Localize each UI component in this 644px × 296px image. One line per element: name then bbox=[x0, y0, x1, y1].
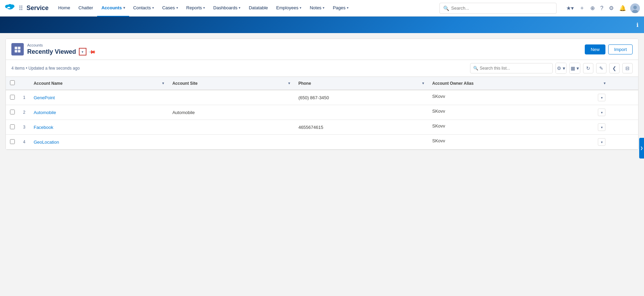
nav-item-cases[interactable]: Cases ▾ bbox=[158, 0, 182, 17]
th-account-owner-alias[interactable]: Account Owner Alias ▾ bbox=[428, 77, 610, 90]
account-name-link-0[interactable]: GenePoint bbox=[34, 95, 55, 100]
row-action-button-1[interactable]: ▾ bbox=[598, 109, 605, 116]
row-number: 4 bbox=[19, 135, 30, 150]
global-search-input[interactable] bbox=[451, 6, 553, 11]
nav-item-datatable[interactable]: Datatable bbox=[245, 0, 272, 17]
select-all-checkbox-cell[interactable] bbox=[6, 77, 19, 90]
nav-item-chatter[interactable]: Chatter bbox=[74, 0, 97, 17]
list-view-status: 4 items • Updated a few seconds ago bbox=[11, 66, 467, 71]
account-owner-cell: SKovv ▾ bbox=[428, 105, 610, 120]
global-search-icon: 🔍 bbox=[443, 6, 449, 11]
th-row-number bbox=[19, 77, 30, 90]
setup-icon[interactable]: ⊕ bbox=[589, 3, 596, 13]
row-checkbox-cell[interactable] bbox=[6, 90, 19, 105]
user-avatar[interactable] bbox=[630, 3, 640, 13]
new-button[interactable]: New bbox=[585, 44, 605, 54]
account-owner-cell: SKovv ▾ bbox=[428, 120, 610, 135]
table-view-button-group: ▦ ▾ bbox=[569, 63, 580, 74]
add-icon[interactable]: ＋ bbox=[578, 3, 586, 13]
account-name-sort-icon: ▾ bbox=[162, 81, 164, 85]
th-actions-empty bbox=[610, 77, 638, 90]
svg-rect-9 bbox=[18, 47, 21, 50]
row-action-button-0[interactable]: ▾ bbox=[598, 94, 605, 101]
row-number: 3 bbox=[19, 120, 30, 135]
accounts-table: Account Name ▾ Account Site ▾ Phone bbox=[6, 77, 638, 150]
refresh-button[interactable]: ↻ bbox=[583, 63, 593, 73]
help-icon[interactable]: ? bbox=[599, 4, 605, 13]
nav-item-pages[interactable]: Pages ▾ bbox=[329, 0, 353, 17]
select-all-checkbox[interactable] bbox=[10, 80, 15, 85]
nav-item-home[interactable]: Home bbox=[54, 0, 74, 17]
account-name-cell: GenePoint bbox=[30, 90, 168, 105]
row-action-button-2[interactable]: ▾ bbox=[598, 123, 605, 131]
phone-cell: 4655674615 bbox=[294, 120, 428, 135]
list-view-actions: New Import bbox=[585, 44, 633, 54]
contacts-nav-chevron: ▾ bbox=[152, 6, 154, 10]
row-checkbox-cell[interactable] bbox=[6, 105, 19, 120]
edit-columns-button[interactable]: ✎ bbox=[596, 63, 606, 73]
list-view-title: Recently Viewed bbox=[27, 48, 76, 55]
nav-item-notes[interactable]: Notes ▾ bbox=[305, 0, 329, 17]
employees-nav-chevron: ▾ bbox=[300, 6, 301, 10]
phone-cell: (650) 867-3450 bbox=[294, 90, 428, 105]
row-checkbox-cell[interactable] bbox=[6, 135, 19, 150]
reports-nav-chevron: ▾ bbox=[203, 6, 205, 10]
list-view-icon bbox=[11, 43, 24, 55]
top-bar-actions: ★▾ ＋ ⊕ ? ⚙ 🔔 bbox=[565, 3, 640, 13]
list-search-input[interactable] bbox=[480, 66, 550, 71]
row-number: 2 bbox=[19, 105, 30, 120]
account-name-link-2[interactable]: Facebook bbox=[34, 125, 53, 130]
nav-item-contacts[interactable]: Contacts ▾ bbox=[129, 0, 158, 17]
nav-item-dashboards[interactable]: Dashboards ▾ bbox=[209, 0, 245, 17]
row-checkbox-0[interactable] bbox=[10, 95, 15, 100]
list-view-dropdown-button[interactable]: ▾ bbox=[79, 48, 86, 55]
phone-cell bbox=[294, 105, 428, 120]
account-owner-cell: SKovv ▾ bbox=[428, 90, 610, 105]
nav-item-accounts[interactable]: Accounts ▾ bbox=[97, 0, 129, 17]
account-owner-cell: SKovv ▾ bbox=[428, 135, 610, 150]
row-checkbox-cell[interactable] bbox=[6, 120, 19, 135]
app-grid-icon[interactable]: ⠿ bbox=[19, 4, 23, 12]
th-account-site[interactable]: Account Site ▾ bbox=[168, 77, 294, 90]
account-name-link-3[interactable]: GeoLocation bbox=[34, 140, 59, 145]
nav-item-employees[interactable]: Employees ▾ bbox=[272, 0, 305, 17]
svg-rect-10 bbox=[15, 50, 18, 53]
back-button[interactable]: ❮ bbox=[609, 63, 620, 73]
account-site-sort-icon: ▾ bbox=[288, 81, 290, 85]
phone-sort-icon: ▾ bbox=[422, 81, 424, 85]
account-name-cell: GeoLocation bbox=[30, 135, 168, 150]
row-checkbox-2[interactable] bbox=[10, 124, 15, 129]
dashboards-nav-chevron: ▾ bbox=[239, 6, 240, 10]
nav-bar-right: ℹ bbox=[636, 17, 641, 33]
nav-info-icon[interactable]: ℹ bbox=[636, 22, 638, 28]
filter-button[interactable]: ⊟ bbox=[622, 63, 633, 73]
list-search: 🔍 bbox=[470, 63, 553, 73]
salesforce-logo[interactable]: ☁ bbox=[4, 2, 16, 14]
bell-icon[interactable]: 🔔 bbox=[618, 3, 627, 13]
nav-item-reports[interactable]: Reports ▾ bbox=[182, 0, 209, 17]
row-action-button-3[interactable]: ▾ bbox=[598, 138, 605, 146]
table-view-button[interactable]: ▦ ▾ bbox=[570, 63, 580, 73]
table-row: 1 GenePoint (650) 867-3450 SKovv ▾ bbox=[6, 90, 638, 105]
svg-rect-11 bbox=[18, 50, 21, 53]
pin-icon[interactable]: 📌 bbox=[88, 48, 96, 55]
table-row: 2 Automobile Automobile SKovv ▾ bbox=[6, 105, 638, 120]
favorites-icon[interactable]: ★▾ bbox=[565, 3, 575, 13]
list-settings-button[interactable]: ⚙ ▾ bbox=[556, 63, 566, 73]
list-search-icon: 🔍 bbox=[473, 66, 478, 71]
list-view-breadcrumb: Accounts bbox=[27, 43, 585, 47]
account-name-link-1[interactable]: Automobile bbox=[34, 110, 56, 115]
main-content: Accounts Recently Viewed ▾ 📌 New Import … bbox=[0, 33, 644, 296]
top-bar: ☁ ⠿ Service Home Chatter Accounts ▾ Cont… bbox=[0, 0, 644, 17]
import-button[interactable]: Import bbox=[608, 44, 633, 54]
th-account-name[interactable]: Account Name ▾ bbox=[30, 77, 168, 90]
row-action-empty bbox=[610, 90, 638, 105]
row-checkbox-3[interactable] bbox=[10, 139, 15, 144]
row-checkbox-1[interactable] bbox=[10, 110, 15, 114]
gear-icon[interactable]: ⚙ bbox=[607, 3, 615, 13]
th-phone[interactable]: Phone ▾ bbox=[294, 77, 428, 90]
notes-nav-chevron: ▾ bbox=[323, 6, 324, 10]
side-panel-handle[interactable]: ❯ bbox=[639, 138, 644, 159]
list-view-toolbar: 4 items • Updated a few seconds ago 🔍 ⚙ … bbox=[6, 60, 638, 77]
account-site-cell bbox=[168, 90, 294, 105]
